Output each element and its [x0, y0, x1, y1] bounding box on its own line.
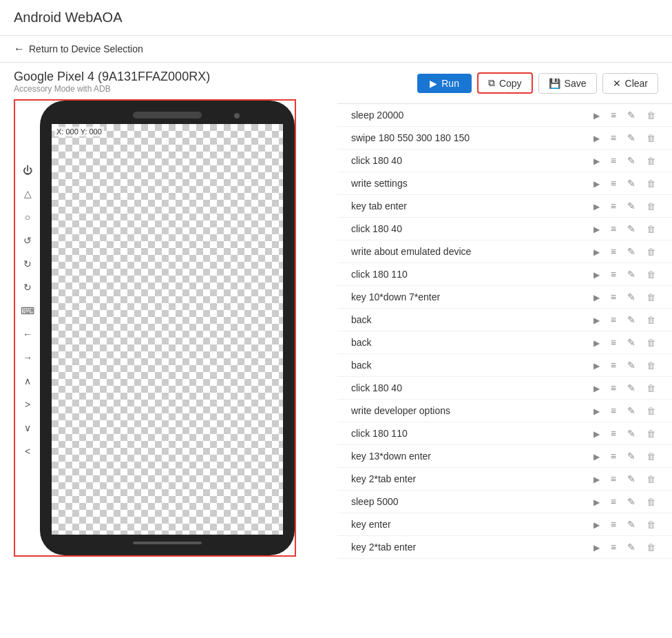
command-row: key tab enter	[337, 195, 672, 218]
refresh-cw-icon[interactable]	[20, 256, 35, 271]
command-edit-button[interactable]	[624, 495, 638, 508]
copy-button[interactable]: ⧉ Copy	[477, 72, 533, 94]
command-options-button[interactable]	[608, 426, 619, 440]
command-edit-button[interactable]	[624, 381, 638, 395]
command-options-button[interactable]	[608, 222, 619, 236]
command-edit-button[interactable]	[624, 336, 638, 349]
command-edit-button[interactable]	[624, 313, 638, 327]
refresh-icon[interactable]	[20, 233, 35, 248]
command-run-button[interactable]	[591, 131, 602, 145]
command-options-button[interactable]	[608, 404, 619, 418]
command-edit-button[interactable]	[624, 517, 638, 531]
command-delete-button[interactable]	[644, 131, 658, 145]
command-options-button[interactable]	[608, 381, 619, 395]
clear-button[interactable]: ✕ Clear	[602, 73, 658, 94]
command-delete-button[interactable]	[644, 381, 658, 395]
run-button[interactable]: ▶ Run	[417, 74, 472, 93]
command-options-button[interactable]	[608, 131, 619, 145]
command-edit-button[interactable]	[624, 358, 638, 372]
command-delete-button[interactable]	[644, 199, 658, 213]
command-run-button[interactable]	[591, 540, 602, 554]
command-edit-button[interactable]	[624, 245, 638, 258]
command-run-button[interactable]	[591, 313, 602, 327]
command-delete-button[interactable]	[644, 222, 658, 236]
command-edit-button[interactable]	[624, 267, 638, 281]
command-edit-button[interactable]	[624, 199, 638, 213]
command-delete-button[interactable]	[644, 449, 658, 463]
command-run-button[interactable]	[591, 108, 602, 122]
command-delete-button[interactable]	[644, 267, 658, 281]
command-run-button[interactable]	[591, 381, 602, 395]
arrow-left-icon[interactable]	[20, 327, 35, 342]
command-options-button[interactable]	[608, 472, 619, 486]
command-run-button[interactable]	[591, 222, 602, 236]
command-delete-button[interactable]	[644, 336, 658, 349]
command-run-button[interactable]	[591, 245, 602, 258]
command-options-button[interactable]	[608, 176, 619, 190]
command-run-button[interactable]	[591, 472, 602, 486]
keyboard-icon[interactable]	[20, 303, 35, 318]
command-options-button[interactable]	[608, 495, 619, 508]
save-button[interactable]: 💾 Save	[538, 73, 597, 94]
command-edit-button[interactable]	[624, 540, 638, 554]
command-run-button[interactable]	[591, 336, 602, 349]
command-delete-button[interactable]	[644, 540, 658, 554]
command-run-button[interactable]	[591, 290, 602, 304]
command-run-button[interactable]	[591, 358, 602, 372]
command-options-button[interactable]	[608, 449, 619, 463]
command-edit-button[interactable]	[624, 222, 638, 236]
back-to-device-selection-link[interactable]: ← Return to Device Selection	[14, 43, 143, 55]
command-edit-button[interactable]	[624, 154, 638, 167]
chevron-up-icon[interactable]	[20, 373, 35, 389]
command-delete-button[interactable]	[644, 426, 658, 440]
command-delete-button[interactable]	[644, 176, 658, 190]
command-delete-button[interactable]	[644, 404, 658, 418]
command-run-button[interactable]	[591, 495, 602, 508]
command-edit-button[interactable]	[624, 472, 638, 486]
command-options-button[interactable]	[608, 313, 619, 327]
command-options-button[interactable]	[608, 245, 619, 258]
command-delete-button[interactable]	[644, 517, 658, 531]
command-delete-button[interactable]	[644, 290, 658, 304]
command-delete-button[interactable]	[644, 358, 658, 372]
arrow-right-icon[interactable]	[20, 350, 35, 365]
command-options-button[interactable]	[608, 358, 619, 372]
command-delete-button[interactable]	[644, 313, 658, 327]
command-edit-button[interactable]	[624, 404, 638, 418]
power-icon[interactable]	[20, 163, 35, 178]
command-edit-button[interactable]	[624, 108, 638, 122]
command-delete-button[interactable]	[644, 495, 658, 508]
chevron-left-icon[interactable]	[20, 444, 35, 459]
command-run-button[interactable]	[591, 449, 602, 463]
command-run-button[interactable]	[591, 404, 602, 418]
command-delete-button[interactable]	[644, 472, 658, 486]
circle-icon[interactable]	[20, 209, 35, 225]
command-run-button[interactable]	[591, 267, 602, 281]
command-run-button[interactable]	[591, 426, 602, 440]
command-run-button[interactable]	[591, 176, 602, 190]
chevron-down-icon[interactable]	[20, 420, 35, 435]
command-options-button[interactable]	[608, 540, 619, 554]
command-edit-button[interactable]	[624, 131, 638, 145]
command-run-button[interactable]	[591, 517, 602, 531]
command-options-button[interactable]	[608, 154, 619, 167]
command-delete-button[interactable]	[644, 245, 658, 258]
command-run-button[interactable]	[591, 154, 602, 167]
chevron-right-icon[interactable]	[20, 397, 35, 412]
command-edit-button[interactable]	[624, 176, 638, 190]
home-icon[interactable]	[20, 186, 35, 201]
command-options-button[interactable]	[608, 336, 619, 349]
command-delete-button[interactable]	[644, 154, 658, 167]
command-options-button[interactable]	[608, 199, 619, 213]
command-options-button[interactable]	[608, 267, 619, 281]
command-run-button[interactable]	[591, 199, 602, 213]
command-options-button[interactable]	[608, 517, 619, 531]
command-delete-button[interactable]	[644, 108, 658, 122]
command-edit-button[interactable]	[624, 290, 638, 304]
phone-screen[interactable]: X: 000 Y: 000	[52, 124, 283, 535]
command-edit-button[interactable]	[624, 449, 638, 463]
refresh-ccw-icon[interactable]	[20, 280, 35, 295]
command-options-button[interactable]	[608, 108, 619, 122]
command-edit-button[interactable]	[624, 426, 638, 440]
command-options-button[interactable]	[608, 290, 619, 304]
